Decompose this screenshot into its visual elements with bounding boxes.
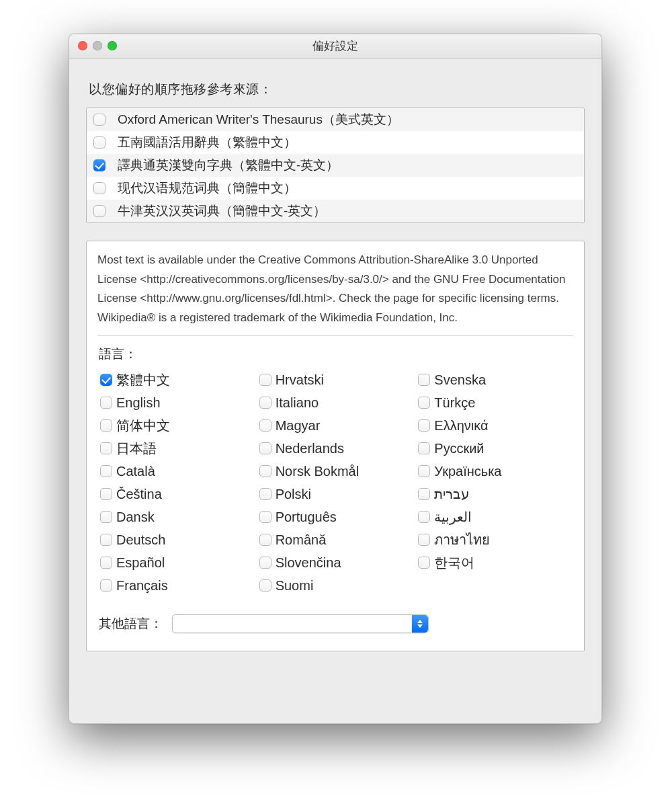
source-checkbox[interactable] — [93, 114, 106, 126]
language-item[interactable]: Čeština — [100, 484, 253, 504]
language-item[interactable]: Dansk — [100, 507, 253, 527]
language-item[interactable]: 简体中文 — [100, 415, 253, 436]
other-language-row: 其他語言： — [97, 614, 573, 633]
language-item[interactable]: Українська — [418, 461, 571, 481]
language-checkbox[interactable] — [418, 557, 430, 569]
language-item[interactable]: Türkçe — [418, 393, 571, 413]
window-controls — [78, 41, 117, 50]
language-label: Dansk — [116, 510, 155, 525]
language-item[interactable]: Polski — [259, 484, 412, 504]
divider — [97, 335, 573, 336]
language-item[interactable]: Deutsch — [100, 530, 253, 550]
source-row[interactable]: 牛津英汉汉英词典（簡體中文-英文） — [87, 200, 584, 222]
language-label: עברית — [434, 486, 470, 502]
license-text: Most text is available under the Creativ… — [97, 251, 573, 327]
source-row[interactable]: Oxford American Writer's Thesaurus（美式英文） — [87, 108, 584, 131]
drag-instruction: 以您偏好的順序拖移參考來源： — [89, 81, 582, 98]
language-checkbox[interactable] — [259, 511, 271, 523]
language-checkbox[interactable] — [100, 442, 112, 454]
language-checkbox[interactable] — [259, 419, 271, 432]
language-label: Català — [116, 464, 155, 479]
language-item[interactable]: עברית — [418, 484, 571, 504]
language-item[interactable]: ภาษาไทย — [418, 530, 571, 550]
source-checkbox[interactable] — [93, 159, 106, 171]
language-item[interactable]: Magyar — [259, 415, 412, 436]
source-checkbox[interactable] — [93, 136, 106, 149]
language-item[interactable]: Русский — [418, 438, 571, 458]
close-icon[interactable] — [78, 41, 87, 50]
source-label: 五南國語活用辭典（繁體中文） — [118, 134, 296, 151]
sources-list[interactable]: Oxford American Writer's Thesaurus（美式英文）… — [86, 108, 585, 223]
language-label: Română — [276, 532, 327, 548]
combobox-stepper[interactable] — [412, 615, 428, 633]
titlebar: 偏好設定 — [69, 34, 601, 59]
language-checkbox[interactable] — [418, 488, 430, 500]
language-checkbox[interactable] — [259, 579, 271, 592]
language-checkbox[interactable] — [418, 534, 430, 546]
chevron-up-icon — [417, 620, 423, 623]
language-item[interactable]: Français — [100, 575, 253, 596]
language-checkbox[interactable] — [418, 419, 430, 432]
language-item[interactable]: Slovenčina — [259, 553, 412, 573]
language-checkbox[interactable] — [259, 557, 271, 569]
language-item[interactable]: Hrvatski — [259, 370, 412, 390]
language-checkbox[interactable] — [100, 419, 112, 432]
language-checkbox[interactable] — [100, 579, 112, 592]
language-label: Nederlands — [276, 441, 344, 456]
language-item[interactable]: Svenska — [418, 370, 571, 390]
language-checkbox[interactable] — [418, 374, 430, 386]
language-label: Español — [116, 555, 165, 571]
language-checkbox[interactable] — [100, 534, 112, 546]
wikipedia-panel: Most text is available under the Creativ… — [86, 241, 585, 651]
language-checkbox[interactable] — [418, 465, 430, 477]
language-checkbox[interactable] — [418, 397, 430, 409]
source-row[interactable]: 现代汉语规范词典（簡體中文） — [87, 177, 584, 200]
language-item[interactable]: العربية — [418, 507, 571, 527]
language-checkbox[interactable] — [259, 397, 271, 409]
language-checkbox[interactable] — [100, 557, 112, 569]
source-row[interactable]: 譯典通英漢雙向字典（繁體中文-英文） — [87, 154, 584, 177]
language-item[interactable]: Català — [100, 461, 253, 481]
language-label: 한국어 — [434, 554, 474, 572]
languages-grid: 繁體中文HrvatskiSvenskaEnglishItalianoTürkçe… — [97, 370, 573, 596]
language-checkbox[interactable] — [259, 465, 271, 477]
other-language-combobox[interactable] — [172, 614, 429, 633]
language-checkbox[interactable] — [100, 374, 112, 386]
language-item[interactable]: Nederlands — [259, 438, 412, 458]
language-item[interactable]: Italiano — [259, 393, 412, 413]
language-checkbox[interactable] — [100, 465, 112, 477]
language-checkbox[interactable] — [100, 511, 112, 523]
language-item[interactable]: 한국어 — [418, 553, 571, 573]
language-checkbox[interactable] — [100, 397, 112, 409]
language-item[interactable]: English — [100, 393, 253, 413]
language-label: Suomi — [276, 578, 314, 594]
language-checkbox[interactable] — [259, 374, 271, 386]
language-checkbox[interactable] — [259, 488, 271, 500]
minimize-icon[interactable] — [93, 41, 102, 50]
language-label: Português — [276, 510, 337, 525]
language-label: English — [116, 395, 161, 411]
language-item[interactable]: 繁體中文 — [100, 370, 253, 390]
language-checkbox[interactable] — [259, 442, 271, 454]
language-item[interactable]: Română — [259, 530, 412, 550]
chevron-down-icon — [417, 624, 423, 628]
source-checkbox[interactable] — [93, 205, 106, 217]
language-item[interactable]: Ελληνικά — [418, 415, 571, 436]
language-checkbox[interactable] — [418, 442, 430, 454]
language-label: Polski — [276, 487, 311, 502]
language-item[interactable]: Português — [259, 507, 412, 527]
language-item[interactable]: Norsk Bokmål — [259, 461, 412, 481]
language-label: Français — [116, 578, 168, 594]
language-checkbox[interactable] — [418, 511, 430, 523]
language-label: Hrvatski — [276, 372, 324, 388]
zoom-icon[interactable] — [108, 41, 117, 50]
language-item[interactable]: Suomi — [259, 575, 412, 596]
language-checkbox[interactable] — [259, 534, 271, 546]
source-checkbox[interactable] — [93, 182, 106, 194]
language-checkbox[interactable] — [100, 488, 112, 500]
source-row[interactable]: 五南國語活用辭典（繁體中文） — [87, 131, 584, 154]
language-item[interactable]: Español — [100, 553, 253, 573]
language-label: العربية — [434, 509, 472, 525]
language-item[interactable]: 日本語 — [100, 438, 253, 458]
language-label: Ελληνικά — [434, 418, 488, 434]
